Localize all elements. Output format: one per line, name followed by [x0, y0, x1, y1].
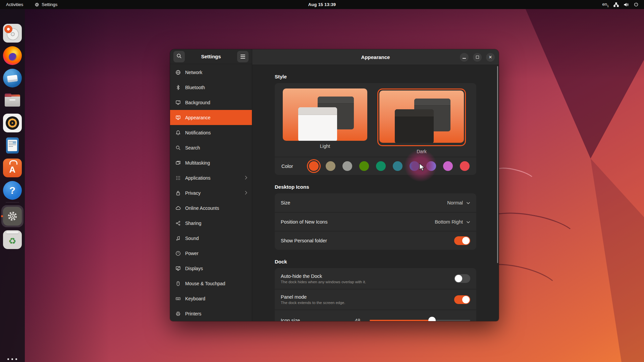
icon-size-slider[interactable]	[370, 320, 470, 321]
color-swatch-sage[interactable]	[342, 161, 352, 171]
style-option-dark-label: Dark	[417, 149, 427, 154]
autohide-subtitle: The dock hides when any windows overlap …	[281, 280, 366, 284]
thunderbird-icon	[3, 69, 22, 87]
appearance-panel: Appearance ✕ Style	[252, 49, 499, 321]
show-personal-folder-toggle[interactable]	[454, 236, 470, 245]
desktop: Activities Settings Aug 15 13:39 en1	[0, 0, 644, 362]
focused-app-indicator[interactable]: Settings	[35, 2, 57, 7]
slider-knob[interactable]	[428, 317, 436, 321]
keyboard-icon	[175, 296, 181, 301]
clock-button[interactable]: Aug 15 13:39	[308, 2, 336, 7]
sidebar-item-online-accounts[interactable]: Online Accounts	[170, 200, 252, 216]
page-title: Appearance	[361, 54, 390, 60]
preview-front-window	[298, 107, 337, 141]
dock-item-firefox[interactable]	[3, 46, 22, 65]
notifications-icon	[175, 130, 181, 135]
accent-color-row: Color	[275, 157, 476, 175]
trash-icon: ♻	[3, 230, 22, 249]
sidebar-item-displays[interactable]: Displays	[170, 261, 252, 276]
volume-icon	[624, 2, 629, 7]
multitasking-icon	[175, 160, 181, 166]
sidebar-item-keyboard[interactable]: Keyboard	[170, 291, 252, 306]
close-button[interactable]: ✕	[486, 53, 495, 62]
sidebar-item-sharing[interactable]: Sharing	[170, 216, 252, 231]
privacy-lock-icon	[175, 190, 181, 196]
position-new-icons-row[interactable]: Position of New Icons Bottom Right	[275, 212, 476, 231]
color-swatch-viridian[interactable]	[376, 161, 386, 171]
panel-mode-toggle[interactable]	[454, 295, 470, 304]
settings-window: Settings Network Bluetooth Background	[170, 49, 499, 321]
color-swatch-olive[interactable]	[359, 161, 369, 171]
sidebar-item-search[interactable]: Search	[170, 140, 252, 155]
sidebar-item-appearance[interactable]: Appearance	[170, 110, 252, 125]
sidebar-item-background[interactable]: Background	[170, 95, 252, 110]
dock-item-rhythmbox[interactable]	[3, 114, 22, 132]
color-swatch-blue[interactable]	[410, 161, 419, 171]
minimize-button[interactable]	[460, 53, 469, 62]
toggle-knob	[462, 237, 470, 244]
sidebar-item-applications[interactable]: Applications	[170, 170, 252, 185]
desktop-icons-card: Size Normal Position of New Icons Bottom…	[275, 193, 476, 250]
icon-size-row: Icon size 48	[275, 310, 476, 321]
sidebar-item-network[interactable]: Network	[170, 65, 252, 80]
sidebar-item-multitasking[interactable]: Multitasking	[170, 155, 252, 170]
position-value: Bottom Right	[435, 219, 463, 225]
appearance-icon	[175, 115, 181, 120]
dock-item-trash[interactable]: ♻	[3, 230, 22, 249]
applications-icon	[175, 175, 181, 181]
sidebar-item-power[interactable]: Power	[170, 246, 252, 261]
color-swatch-purple[interactable]	[426, 161, 436, 171]
style-option-light[interactable]	[283, 88, 367, 141]
scrollbar-thumb[interactable]	[497, 66, 498, 263]
help-icon: ?	[3, 181, 22, 200]
sidebar-item-sound[interactable]: Sound	[170, 231, 252, 246]
search-button[interactable]	[173, 51, 185, 62]
show-personal-folder-row: Show Personal folder	[275, 231, 476, 250]
panel-mode-subtitle: The dock extends to the screen edge.	[281, 301, 345, 305]
dock-item-files[interactable]	[3, 91, 22, 110]
keyboard-layout-indicator: en1	[602, 2, 609, 8]
sidebar-item-privacy[interactable]: Privacy	[170, 185, 252, 200]
dock-item-help[interactable]: ?	[3, 181, 22, 200]
size-row[interactable]: Size Normal	[275, 193, 476, 212]
color-swatch-magenta[interactable]	[443, 161, 453, 171]
dock-item-thunderbird[interactable]	[3, 69, 22, 87]
dock-item-ubuntu-software[interactable]: A	[3, 159, 22, 177]
color-label: Color	[281, 164, 293, 169]
files-icon	[3, 91, 22, 110]
autohide-dock-toggle[interactable]	[454, 274, 470, 283]
color-swatch-prussian-green[interactable]	[393, 161, 402, 171]
activities-button[interactable]: Activities	[6, 2, 23, 7]
top-bar: Activities Settings Aug 15 13:39 en1	[0, 0, 644, 9]
style-option-light-label: Light	[320, 143, 330, 149]
color-swatch-red[interactable]	[460, 161, 470, 171]
color-swatch-orange[interactable]	[309, 161, 319, 171]
maximize-button[interactable]	[473, 53, 482, 62]
color-swatch-bark[interactable]	[326, 161, 335, 171]
primary-menu-button[interactable]	[237, 51, 249, 62]
sound-note-icon	[175, 236, 181, 241]
ubuntu-software-icon: A	[3, 159, 22, 177]
dock-item-ubuntu-installer[interactable]	[3, 24, 22, 43]
desktop-icons-heading: Desktop Icons	[275, 184, 476, 190]
rhythmbox-icon	[3, 114, 22, 132]
dock-item-settings[interactable]	[3, 207, 22, 226]
sidebar-item-mouse-touchpad[interactable]: Mouse & Touchpad	[170, 276, 252, 291]
sidebar-item-printers[interactable]: Printers	[170, 306, 252, 321]
system-status-area[interactable]: en1	[602, 2, 644, 8]
preview-front-window	[395, 109, 434, 143]
dock-heading: Dock	[275, 259, 476, 264]
show-applications-button[interactable]	[7, 358, 17, 362]
printers-icon	[175, 311, 181, 316]
background-icon	[175, 100, 181, 105]
sidebar-item-notifications[interactable]: Notifications	[170, 125, 252, 140]
style-option-dark[interactable]	[379, 90, 464, 143]
settings-sidebar: Settings Network Bluetooth Background	[170, 49, 252, 321]
dock-item-libreoffice-writer[interactable]	[3, 136, 22, 155]
sidebar-item-bluetooth[interactable]: Bluetooth	[170, 80, 252, 95]
app-indicator-label: Settings	[42, 2, 57, 7]
search-icon	[176, 53, 182, 60]
minimize-icon	[463, 58, 466, 59]
window-title: Settings	[187, 54, 234, 59]
toggle-knob	[455, 275, 462, 282]
